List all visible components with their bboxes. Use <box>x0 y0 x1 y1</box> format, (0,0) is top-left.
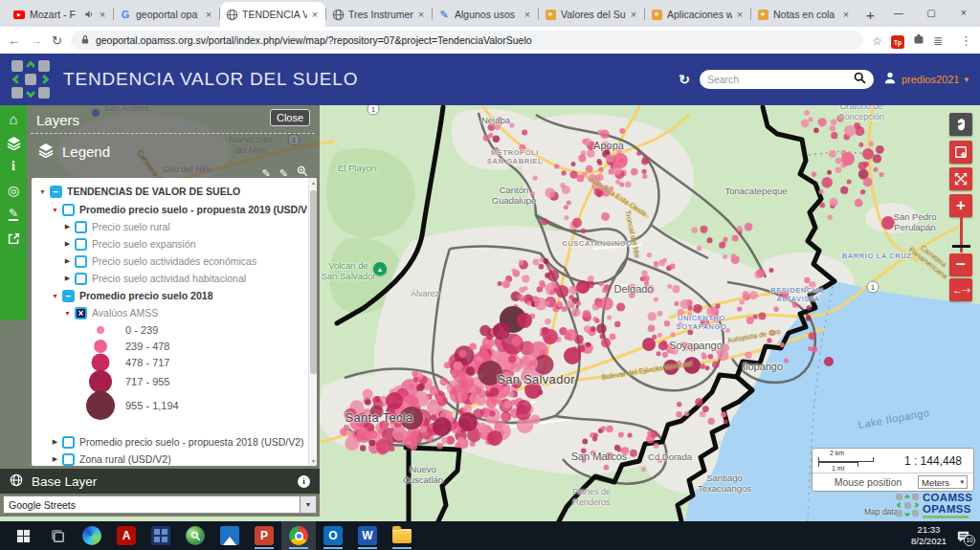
file-explorer-taskbar-icon[interactable] <box>385 521 419 550</box>
collapse-arrow-icon[interactable] <box>37 188 48 195</box>
search-input[interactable] <box>707 74 850 85</box>
layer-checkbox[interactable] <box>75 273 87 285</box>
collapse-arrow-icon[interactable] <box>62 310 73 317</box>
browser-tab[interactable]: Tres Instrumen× <box>326 2 432 27</box>
layer-tree-item[interactable]: Precio suelo expansión <box>32 236 307 252</box>
tab-close-icon[interactable]: × <box>628 9 639 20</box>
extent-history-button[interactable]: ←⇢ <box>949 278 972 301</box>
task-view-taskbar-icon[interactable] <box>40 521 75 550</box>
layer-tree-item[interactable]: Precio suelo actividad habitacional <box>32 271 307 286</box>
scrollbar[interactable]: ▲ ▼ <box>308 178 317 466</box>
outlook-taskbar-icon[interactable]: O <box>316 521 350 550</box>
share-icon[interactable] <box>4 230 23 247</box>
layers-icon[interactable] <box>4 134 23 151</box>
bookmark-star-icon[interactable]: ☆ <box>872 32 882 49</box>
user-menu[interactable]: predios2021 ▾ <box>883 71 969 88</box>
search-box[interactable] <box>700 70 874 89</box>
measure-icon[interactable]: ✎ <box>4 206 23 223</box>
back-icon[interactable]: ← <box>8 34 20 47</box>
expand-arrow-icon[interactable] <box>50 455 60 463</box>
zoom-in-button[interactable]: + <box>949 194 972 217</box>
scroll-up-icon[interactable]: ▲ <box>309 180 317 186</box>
tab-close-icon[interactable]: × <box>309 9 321 20</box>
home-icon[interactable]: ⌂ <box>4 110 23 127</box>
photos-taskbar-icon[interactable] <box>212 521 247 550</box>
word-taskbar-icon[interactable]: W <box>350 521 385 550</box>
tab-close-icon[interactable]: × <box>522 9 533 20</box>
browser-tab[interactable]: ★Aplicaciones w× <box>645 2 750 27</box>
info-icon[interactable]: i <box>298 475 310 488</box>
layer-checkbox[interactable] <box>62 453 75 466</box>
layer-tree-item[interactable]: Precio suelo actividades económicas <box>32 253 307 269</box>
tab-close-icon[interactable]: × <box>203 9 214 20</box>
layer-tree-item[interactable]: Avalúos AMSS <box>32 305 307 320</box>
full-extent-button[interactable] <box>949 167 972 190</box>
layer-tree-item[interactable]: Precio suelo rural <box>32 219 307 234</box>
zoom-out-button[interactable]: − <box>949 253 972 276</box>
layer-checkbox[interactable] <box>50 186 62 198</box>
chrome-taskbar-icon[interactable] <box>281 521 316 550</box>
powerpoint-taskbar-icon[interactable]: P <box>247 521 281 550</box>
action-center-icon[interactable]: 10 <box>956 529 970 543</box>
chevron-down-icon[interactable]: ▼ <box>300 496 316 513</box>
expand-arrow-icon[interactable] <box>62 257 73 265</box>
layer-checkbox[interactable] <box>75 221 87 233</box>
reading-list-icon[interactable]: ≣ <box>933 32 943 49</box>
expand-arrow-icon[interactable] <box>62 240 73 248</box>
new-tab-button[interactable]: + <box>866 7 875 23</box>
tampermonkey-icon[interactable]: Tp <box>891 32 904 50</box>
extensions-puzzle-icon[interactable] <box>913 32 924 49</box>
zoom-rectangle-button[interactable] <box>949 141 972 164</box>
layer-checkbox[interactable] <box>62 290 75 302</box>
layer-checkbox[interactable] <box>75 238 87 251</box>
layer-tree-item[interactable]: TENDENCIAS DE VALOR DE SUELO <box>32 184 307 199</box>
tab-close-icon[interactable]: × <box>734 9 746 20</box>
acrobat-taskbar-icon[interactable]: A <box>109 521 144 550</box>
search-icon[interactable] <box>854 71 866 88</box>
close-panel-button[interactable]: Close <box>270 109 310 126</box>
audio-speaker-icon[interactable] <box>84 10 94 19</box>
start-taskbar-icon[interactable] <box>6 521 40 550</box>
tab-close-icon[interactable]: × <box>97 9 108 20</box>
browser-tab[interactable]: ★Notas en cola× <box>751 2 857 27</box>
pan-hand-button[interactable] <box>949 113 972 136</box>
layer-checkbox[interactable] <box>62 204 75 216</box>
browser-tab[interactable]: ✎Algunos usos× <box>433 2 538 27</box>
layer-tree-item[interactable]: Promedio precio suelo - propuesta 2019 (… <box>32 202 307 217</box>
layer-checkbox[interactable] <box>62 436 75 449</box>
minimize-window-button[interactable]: — <box>882 0 915 25</box>
expand-arrow-icon[interactable] <box>62 275 73 282</box>
collapse-arrow-icon[interactable] <box>50 293 60 299</box>
layer-checkbox[interactable] <box>75 255 87 268</box>
address-bar[interactable]: geoportal.opamss.org.sv/portal/index.php… <box>71 31 863 50</box>
blue-grid-app-taskbar-icon[interactable] <box>144 521 178 550</box>
browser-tab[interactable]: Ggeoportal opa× <box>114 2 219 27</box>
refresh-icon[interactable]: ↻ <box>679 72 690 87</box>
reload-icon[interactable]: ↻ <box>52 34 62 47</box>
collapse-arrow-icon[interactable] <box>50 207 60 213</box>
expand-arrow-icon[interactable] <box>62 223 73 231</box>
layer-checkbox[interactable] <box>75 307 87 319</box>
layer-tree-item[interactable]: Zona rural (USD/V2) <box>32 451 307 466</box>
close-window-button[interactable]: × <box>947 0 980 25</box>
forward-icon[interactable]: → <box>30 34 42 47</box>
locate-icon[interactable]: ◎ <box>4 182 23 199</box>
info-icon[interactable]: i <box>4 158 23 175</box>
expand-arrow-icon[interactable] <box>50 438 60 446</box>
scroll-down-icon[interactable]: ▼ <box>309 458 317 464</box>
menu-kebab-icon[interactable]: ⋮ <box>960 32 972 49</box>
edge-taskbar-icon[interactable] <box>75 521 109 550</box>
maximize-window-button[interactable]: ▢ <box>915 0 947 25</box>
browser-tab[interactable]: ▶Mozart - F× <box>8 2 113 27</box>
taskbar-clock[interactable]: 21:33 8/2/2021 <box>911 524 947 548</box>
map-search-app-taskbar-icon[interactable] <box>178 521 212 550</box>
tab-close-icon[interactable]: × <box>415 9 427 20</box>
scroll-thumb[interactable] <box>310 190 317 374</box>
layer-tree-item[interactable]: Promedio precio suelo - propuesta 2018 (… <box>32 434 307 450</box>
tab-close-icon[interactable]: × <box>840 9 852 20</box>
browser-tab[interactable]: TENDENCIA VA× <box>220 2 325 27</box>
zoom-slider-handle[interactable] <box>952 245 970 248</box>
units-select[interactable]: Meters ▾ <box>918 475 968 489</box>
browser-tab[interactable]: ★Valores del Su× <box>539 2 644 27</box>
base-layer-select[interactable]: Google Streets ▼ <box>3 495 317 514</box>
